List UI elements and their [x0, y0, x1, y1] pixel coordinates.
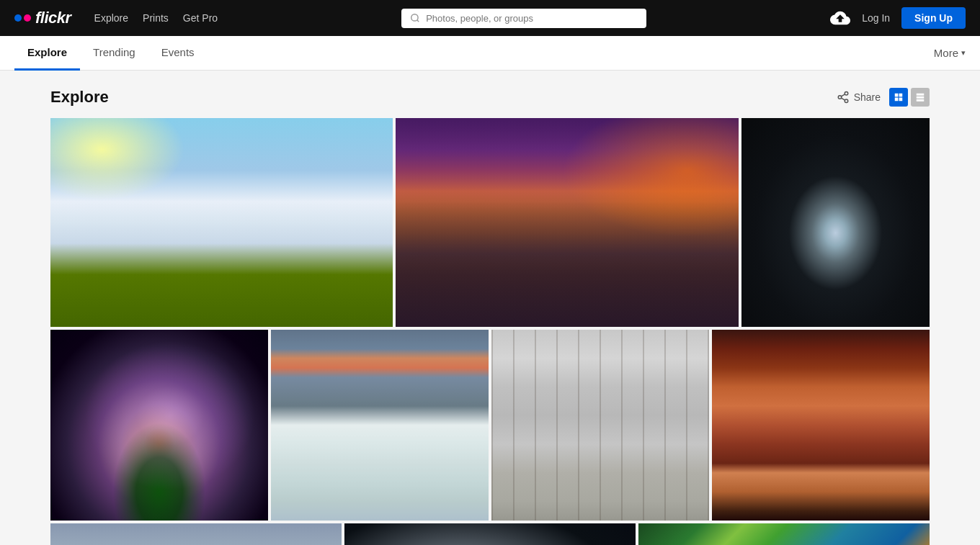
photo-grid-top-row	[50, 118, 930, 327]
login-button[interactable]: Log In	[862, 12, 890, 24]
more-dropdown[interactable]: More ▾	[934, 47, 966, 59]
list-view-button[interactable]	[911, 88, 930, 107]
share-button[interactable]: Share	[837, 91, 881, 104]
svg-rect-11	[917, 94, 925, 96]
tab-explore[interactable]: Explore	[14, 36, 80, 71]
photo-galaxy[interactable]	[50, 330, 268, 521]
svg-rect-8	[899, 94, 903, 97]
photo-grid-bot-row	[50, 523, 930, 545]
photo-canyon[interactable]	[712, 330, 930, 521]
dot-pink	[24, 14, 31, 22]
svg-point-4	[845, 99, 848, 103]
section-title: Explore	[50, 88, 109, 107]
more-label: More	[934, 47, 958, 59]
top-nav-actions: Log In Sign Up	[830, 7, 966, 29]
svg-point-0	[411, 14, 418, 21]
search-bar	[401, 9, 646, 28]
dot-blue	[14, 14, 22, 22]
nav-prints[interactable]: Prints	[143, 12, 169, 24]
search-icon	[410, 13, 420, 23]
sub-navigation: Explore Trending Events More ▾	[0, 36, 980, 71]
section-actions: Share	[837, 88, 930, 107]
view-toggle	[889, 88, 930, 107]
chevron-down-icon: ▾	[961, 48, 966, 58]
grid-icon	[894, 92, 904, 102]
photo-mountains[interactable]	[396, 118, 738, 327]
photo-snowy-trees[interactable]	[271, 330, 489, 521]
top-nav-links: Explore Prints Get Pro	[94, 12, 218, 24]
logo-text: flickr	[35, 9, 71, 27]
share-icon	[837, 91, 850, 104]
svg-rect-9	[895, 98, 899, 102]
svg-point-3	[838, 96, 842, 99]
upload-icon[interactable]	[830, 8, 850, 28]
photo-grid-mid-row	[50, 330, 930, 521]
photo-tunnel[interactable]	[741, 118, 930, 327]
svg-point-2	[845, 92, 848, 96]
svg-rect-12	[917, 96, 925, 99]
photo-colorful[interactable]	[638, 523, 930, 545]
logo[interactable]: flickr	[14, 9, 71, 27]
svg-rect-10	[899, 98, 903, 102]
section-header: Explore Share	[50, 88, 930, 107]
main-content: Explore Share	[36, 71, 944, 545]
svg-line-1	[417, 20, 419, 22]
svg-line-6	[841, 94, 845, 96]
photo-house[interactable]	[50, 523, 342, 545]
photo-dark-scene[interactable]	[344, 523, 636, 545]
list-icon	[915, 92, 925, 102]
signup-button[interactable]: Sign Up	[901, 7, 966, 29]
logo-dots	[14, 14, 31, 22]
nav-explore[interactable]: Explore	[94, 12, 128, 24]
tab-trending[interactable]: Trending	[80, 36, 148, 71]
svg-line-5	[841, 98, 845, 100]
tab-events[interactable]: Events	[148, 36, 208, 71]
photo-foggy-forest[interactable]	[491, 330, 709, 521]
top-navigation: flickr Explore Prints Get Pro Log In Sig…	[0, 0, 980, 36]
share-label: Share	[854, 91, 881, 103]
grid-view-button[interactable]	[889, 88, 908, 107]
search-wrapper	[235, 9, 813, 28]
photo-ski[interactable]	[50, 118, 393, 327]
sub-nav-tabs: Explore Trending Events	[14, 36, 208, 71]
svg-rect-7	[895, 94, 899, 97]
search-input[interactable]	[426, 13, 638, 24]
nav-getpro[interactable]: Get Pro	[183, 12, 218, 24]
svg-rect-13	[917, 99, 925, 102]
